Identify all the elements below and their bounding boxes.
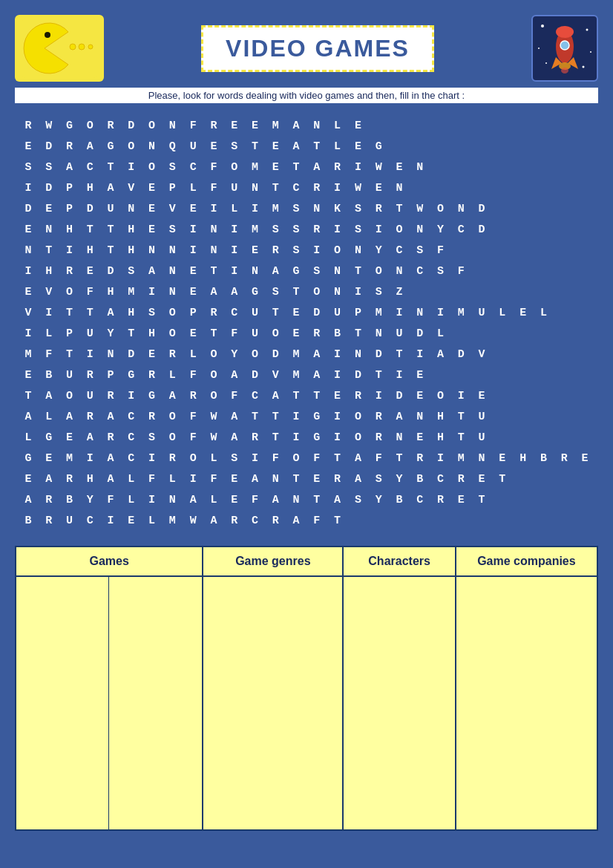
grid-cell: I xyxy=(245,198,266,219)
grid-cell: D xyxy=(471,198,492,219)
grid-cell: I xyxy=(327,427,348,448)
grid-cell: I xyxy=(327,406,348,427)
grid-cell: M xyxy=(286,365,306,385)
grid-cell: H xyxy=(79,177,100,198)
grid-cell: Z xyxy=(389,281,410,302)
grid-cell: M xyxy=(265,115,286,136)
grid-cell: I xyxy=(327,344,348,365)
chart-companies-col[interactable] xyxy=(456,577,597,829)
grid-cell: S xyxy=(348,219,369,240)
svg-point-14 xyxy=(560,41,569,50)
grid-cell: T xyxy=(286,281,306,302)
grid-cell: F xyxy=(368,448,389,469)
grid-cell: I xyxy=(430,448,451,469)
grid-cell: D xyxy=(471,219,492,240)
grid-cell: A xyxy=(79,136,100,157)
grid-cell: C xyxy=(121,427,142,448)
grid-cell: H xyxy=(79,469,100,489)
grid-cell: A xyxy=(183,489,203,510)
grid-cell: T xyxy=(39,240,59,261)
grid-cell: H xyxy=(59,219,80,240)
grid-cell: R xyxy=(430,489,451,510)
grid-cell: L xyxy=(18,427,39,448)
grid-cell: N xyxy=(203,240,224,261)
grid-cell: E xyxy=(18,469,39,489)
grid-cell: R xyxy=(368,198,389,219)
grid-cell: R xyxy=(265,510,286,531)
grid-cell: E xyxy=(183,323,203,344)
grid-cell: R xyxy=(306,177,327,198)
grid-cell: F xyxy=(203,157,224,177)
grid-cell: G xyxy=(142,385,163,406)
grid-cell: D xyxy=(121,344,142,365)
grid-cell: O xyxy=(430,198,451,219)
grid-cell: C xyxy=(224,302,245,323)
grid-cell: B xyxy=(18,510,39,531)
grid-cell: I xyxy=(183,219,203,240)
grid-cell: I xyxy=(368,219,389,240)
grid-cell: I xyxy=(183,240,203,261)
grid-cell: T xyxy=(306,136,327,157)
grid-cell: S xyxy=(224,136,245,157)
grid-cell: T xyxy=(265,427,286,448)
grid-cell: T xyxy=(471,489,492,510)
grid-cell: E xyxy=(142,198,163,219)
wordsearch-grid: RWGORDONFREEMANLEEDRAGONQUESTEATLEGSSACT… xyxy=(15,112,598,534)
grid-cell: S xyxy=(265,281,286,302)
grid-cell: E xyxy=(368,177,389,198)
grid-cell: R xyxy=(100,385,121,406)
grid-cell: V xyxy=(39,281,59,302)
grid-cell: U xyxy=(245,323,266,344)
grid-cell: N xyxy=(410,406,430,427)
grid-cell: F xyxy=(450,261,471,281)
grid-cell: F xyxy=(39,344,59,365)
grid-cell: O xyxy=(203,344,224,365)
grid-cell: S xyxy=(39,157,59,177)
grid-cell: O xyxy=(203,385,224,406)
grid-cell: N xyxy=(142,136,163,157)
grid-cell: S xyxy=(430,261,451,281)
grid-cell: A xyxy=(100,469,121,489)
grid-cell: N xyxy=(327,261,348,281)
grid-cell: T xyxy=(59,344,80,365)
subtitle: Please, look for words dealing with vide… xyxy=(15,88,598,103)
chart-header: Games Game genres Characters Game compan… xyxy=(16,547,597,577)
svg-point-3 xyxy=(79,44,85,50)
chart-games-subcol-1[interactable] xyxy=(16,577,109,829)
grid-cell: G xyxy=(368,136,389,157)
grid-cell: T xyxy=(245,136,266,157)
grid-cell: H xyxy=(121,219,142,240)
grid-cell: A xyxy=(100,448,121,469)
grid-cell: O xyxy=(162,427,183,448)
grid-cell: F xyxy=(306,510,327,531)
grid-cell: B xyxy=(39,365,59,385)
grid-cell: C xyxy=(183,157,203,177)
grid-cell: A xyxy=(224,427,245,448)
grid-cell: G xyxy=(100,136,121,157)
grid-cell: U xyxy=(471,427,492,448)
grid-cell: R xyxy=(306,323,327,344)
chart-genres-col[interactable] xyxy=(203,577,344,829)
chart-characters-col[interactable] xyxy=(344,577,456,829)
grid-cell: S xyxy=(286,240,306,261)
grid-cell: L xyxy=(327,115,348,136)
grid-cell: T xyxy=(100,157,121,177)
grid-cell: I xyxy=(18,261,39,281)
grid-cell: U xyxy=(224,177,245,198)
grid-cell: C xyxy=(430,469,451,489)
grid-cell: P xyxy=(100,365,121,385)
grid-cell: R xyxy=(245,427,266,448)
grid-cell: N xyxy=(471,448,492,469)
grid-cell: I xyxy=(18,177,39,198)
header: VIDEO GAMES xyxy=(15,15,598,82)
answer-chart: Games Game genres Characters Game compan… xyxy=(15,546,598,831)
grid-cell: V xyxy=(162,198,183,219)
grid-cell: T xyxy=(18,385,39,406)
grid-cell: O xyxy=(142,115,163,136)
grid-cell: I xyxy=(142,489,163,510)
chart-games-subcol-2[interactable] xyxy=(109,577,202,829)
grid-cell: F xyxy=(306,448,327,469)
grid-cell: I xyxy=(142,281,163,302)
grid-cell: N xyxy=(410,302,430,323)
grid-cell: I xyxy=(327,219,348,240)
